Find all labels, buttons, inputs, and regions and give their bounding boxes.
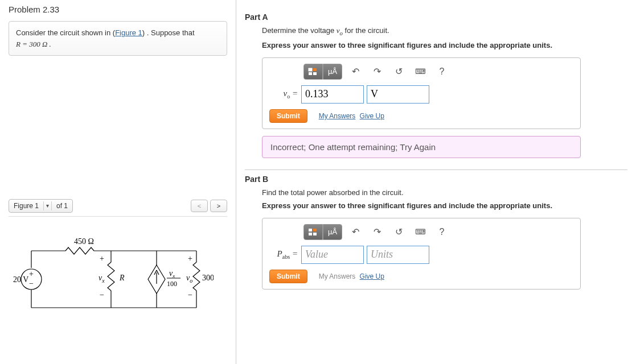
part-b-prompt: Find the total power absorbed in the cir… [262, 188, 627, 197]
part-b-answer-box: µÅ ↶ ↷ ↺ ⌨ ? Pabs = Submit My Answers Gi… [262, 218, 581, 289]
part-b-submit-button[interactable]: Submit [269, 270, 307, 283]
svg-rect-19 [309, 68, 312, 71]
figure-next-button[interactable]: > [210, 200, 227, 212]
part-b-hint: Express your answer to three significant… [262, 201, 627, 210]
figure-selector-dropdown-icon[interactable]: ▾ [43, 201, 52, 210]
template-icon[interactable] [303, 224, 323, 240]
part-b-header: Part B [245, 169, 627, 184]
svg-rect-23 [309, 229, 312, 231]
keyboard-icon[interactable]: ⌨ [412, 64, 429, 80]
part-a-my-answers-link[interactable]: My Answers [319, 112, 356, 120]
problem-panel: Problem 2.33 Consider the circuit shown … [0, 0, 236, 364]
problem-title: Problem 2.33 [9, 5, 227, 14]
circuit-R-label: R [119, 274, 125, 282]
circuit-vo-plus: + [188, 254, 192, 263]
circuit-r450-label: 450 Ω [74, 237, 94, 246]
part-a-give-up-link[interactable]: Give Up [360, 112, 384, 120]
svg-rect-21 [309, 72, 312, 75]
svg-text:vx: vx [169, 269, 175, 279]
circuit-vx-sub: x [101, 278, 105, 284]
answer-panel: Part A Determine the voltage vo for the … [236, 0, 636, 364]
statement-text-post: ) . Suppose that [142, 28, 195, 37]
svg-text:vo: vo [186, 274, 192, 284]
part-a-prompt-pre: Determine the voltage [262, 26, 337, 35]
part-a-unit-input[interactable] [367, 85, 429, 104]
redo-icon[interactable]: ↷ [368, 64, 385, 80]
figure-selector-label: Figure 1 [9, 200, 43, 212]
part-a-feedback: Incorrect; One attempt remaining; Try Ag… [262, 136, 581, 158]
part-a-var-label: vo = [269, 89, 298, 100]
template-icon[interactable] [303, 64, 323, 80]
circuit-source-label: 20 V [13, 275, 28, 284]
figure-link[interactable]: Figure 1 [115, 28, 142, 37]
circuit-r300-label: 300 Ω [202, 274, 214, 282]
problem-statement: Consider the circuit shown in (Figure 1)… [9, 21, 227, 56]
part-a-toolbar: µÅ ↶ ↷ ↺ ⌨ ? [303, 64, 573, 80]
part-a-prompt: Determine the voltage vo for the circuit… [262, 26, 627, 36]
part-a-prompt-post: for the circuit. [343, 26, 389, 35]
part-b-unit-input[interactable] [367, 246, 429, 264]
svg-rect-24 [313, 229, 317, 231]
svg-rect-20 [313, 68, 317, 71]
figure-selector-count: of 1 [52, 200, 72, 212]
part-b-toolbar: µÅ ↶ ↷ ↺ ⌨ ? [303, 224, 573, 240]
part-a-hint: Express your answer to three significant… [262, 41, 627, 49]
statement-text-pre: Consider the circuit shown in ( [16, 28, 115, 37]
units-icon[interactable]: µÅ [323, 64, 342, 80]
svg-text:+: + [29, 270, 34, 278]
svg-text:−: − [29, 279, 34, 288]
figure-prev-button[interactable]: < [191, 200, 208, 212]
part-a-value-input[interactable] [301, 85, 364, 104]
circuit-figure: + − 20 V 450 Ω + − vx R vx 100 [9, 216, 227, 326]
circuit-vo-sub: o [190, 278, 192, 284]
reset-icon[interactable]: ↺ [390, 224, 407, 240]
part-a-answer-box: µÅ ↶ ↷ ↺ ⌨ ? vo = Submit My Answers Give… [262, 57, 581, 129]
svg-rect-26 [313, 233, 317, 235]
part-a-submit-button[interactable]: Submit [269, 109, 307, 123]
redo-icon[interactable]: ↷ [368, 224, 385, 240]
dep-den: 100 [167, 280, 177, 288]
undo-icon[interactable]: ↶ [347, 64, 364, 80]
part-b-my-answers-link[interactable]: My Answers [319, 272, 356, 280]
circuit-vx-minus: − [100, 291, 104, 299]
help-icon[interactable]: ? [433, 64, 450, 80]
figure-selector[interactable]: Figure 1 ▾ of 1 [9, 199, 73, 213]
reset-icon[interactable]: ↺ [390, 64, 407, 80]
svg-text:vx: vx [99, 274, 105, 284]
circuit-vo-minus: − [188, 291, 192, 299]
undo-icon[interactable]: ↶ [347, 224, 364, 240]
part-a-header: Part A [245, 13, 627, 22]
part-b-give-up-link[interactable]: Give Up [360, 272, 384, 280]
help-icon[interactable]: ? [433, 224, 450, 240]
svg-rect-22 [313, 72, 317, 75]
part-b-value-input[interactable] [301, 246, 364, 264]
part-b-var-label: Pabs = [269, 249, 298, 260]
units-icon[interactable]: µÅ [323, 224, 342, 240]
keyboard-icon[interactable]: ⌨ [412, 224, 429, 240]
circuit-vx-plus: + [100, 254, 104, 263]
r-expression: R = 300 Ω . [16, 40, 51, 48]
figure-area: Figure 1 ▾ of 1 < > [9, 199, 227, 326]
svg-rect-25 [309, 233, 312, 235]
figure-toolbar: Figure 1 ▾ of 1 < > [9, 199, 227, 213]
